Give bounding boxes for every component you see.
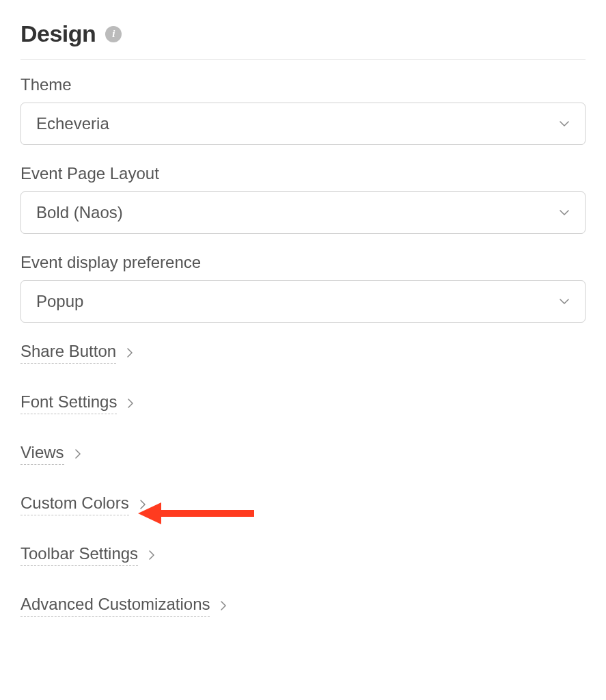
theme-field: Theme Echeveria bbox=[20, 75, 586, 145]
toolbar-settings-label: Toolbar Settings bbox=[20, 544, 138, 566]
share-button-link[interactable]: Share Button bbox=[20, 342, 586, 364]
font-settings-link[interactable]: Font Settings bbox=[20, 392, 586, 414]
views-link[interactable]: Views bbox=[20, 443, 586, 465]
advanced-customizations-label: Advanced Customizations bbox=[20, 595, 210, 617]
chevron-right-icon bbox=[219, 602, 228, 610]
event-display-preference-label: Event display preference bbox=[20, 253, 586, 272]
views-label: Views bbox=[20, 443, 64, 465]
event-display-preference-value: Popup bbox=[36, 292, 83, 311]
chevron-right-icon bbox=[74, 450, 82, 458]
chevron-right-icon bbox=[126, 349, 134, 357]
event-page-layout-field: Event Page Layout Bold (Naos) bbox=[20, 164, 586, 234]
theme-value: Echeveria bbox=[36, 114, 109, 133]
chevron-right-icon bbox=[148, 551, 156, 559]
chevron-right-icon bbox=[126, 399, 135, 407]
section-header: Design i bbox=[20, 21, 586, 60]
chevron-down-icon bbox=[559, 118, 570, 129]
event-page-layout-value: Bold (Naos) bbox=[36, 203, 123, 222]
theme-label: Theme bbox=[20, 75, 586, 94]
event-page-layout-label: Event Page Layout bbox=[20, 164, 586, 183]
theme-select[interactable]: Echeveria bbox=[20, 103, 586, 145]
custom-colors-label: Custom Colors bbox=[20, 494, 129, 515]
event-display-preference-field: Event display preference Popup bbox=[20, 253, 586, 323]
chevron-right-icon bbox=[139, 500, 147, 509]
chevron-down-icon bbox=[559, 207, 570, 218]
share-button-label: Share Button bbox=[20, 342, 116, 364]
section-title: Design bbox=[20, 21, 96, 47]
custom-colors-link[interactable]: Custom Colors bbox=[20, 494, 586, 515]
event-display-preference-select[interactable]: Popup bbox=[20, 280, 586, 323]
font-settings-label: Font Settings bbox=[20, 392, 117, 414]
toolbar-settings-link[interactable]: Toolbar Settings bbox=[20, 544, 586, 566]
chevron-down-icon bbox=[559, 296, 570, 307]
info-icon[interactable]: i bbox=[105, 26, 122, 42]
event-page-layout-select[interactable]: Bold (Naos) bbox=[20, 191, 586, 234]
advanced-customizations-link[interactable]: Advanced Customizations bbox=[20, 595, 586, 617]
